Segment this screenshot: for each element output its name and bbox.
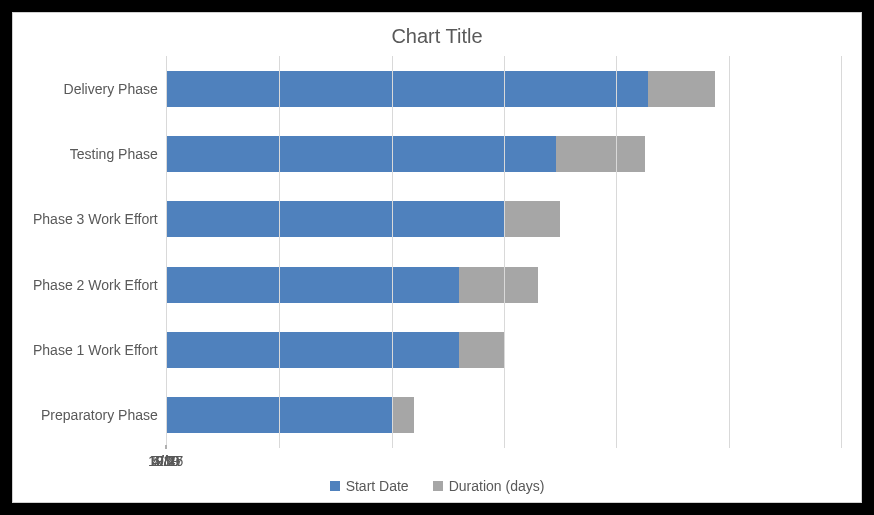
bar-segment-duration — [392, 397, 414, 433]
legend-label-duration: Duration (days) — [449, 478, 545, 494]
bar-stack — [167, 397, 414, 433]
gridline — [279, 56, 280, 448]
y-axis-labels: Delivery Phase Testing Phase Phase 3 Wor… — [33, 56, 166, 448]
legend-item-start: Start Date — [330, 478, 409, 494]
y-label: Testing Phase — [70, 146, 158, 162]
chart-card: Chart Title Delivery Phase Testing Phase… — [12, 12, 862, 503]
bar-segment-start — [167, 332, 459, 368]
bar-segment-duration — [459, 267, 538, 303]
bar-stack — [167, 71, 715, 107]
bar-segment-start — [167, 136, 556, 172]
y-label: Preparatory Phase — [41, 407, 158, 423]
y-label: Phase 3 Work Effort — [33, 211, 158, 227]
bar-segment-duration — [459, 332, 504, 368]
bar-segment-start — [167, 71, 648, 107]
y-label: Phase 2 Work Effort — [33, 277, 158, 293]
plot-area — [166, 56, 841, 448]
bar-stack — [167, 267, 538, 303]
gridline — [841, 56, 842, 448]
gridline — [392, 56, 393, 448]
gridline — [504, 56, 505, 448]
legend-label-start: Start Date — [346, 478, 409, 494]
legend-swatch-duration — [433, 481, 443, 491]
bar-segment-start — [167, 201, 504, 237]
gridline — [616, 56, 617, 448]
x-tick-mark — [165, 445, 166, 449]
bar-stack — [167, 332, 504, 368]
plot-wrap: Delivery Phase Testing Phase Phase 3 Wor… — [33, 56, 841, 494]
bar-stack — [167, 136, 646, 172]
gridline — [729, 56, 730, 448]
y-label: Phase 1 Work Effort — [33, 342, 158, 358]
bar-stack — [167, 201, 560, 237]
legend: Start Date Duration (days) — [33, 472, 841, 494]
bar-segment-duration — [504, 201, 560, 237]
bar-segment-start — [167, 267, 459, 303]
chart-title: Chart Title — [33, 25, 841, 48]
plot-body: Delivery Phase Testing Phase Phase 3 Wor… — [33, 56, 841, 448]
bar-segment-duration — [648, 71, 715, 107]
chart-outer-frame: Chart Title Delivery Phase Testing Phase… — [0, 0, 874, 515]
x-axis-row: Phase 3 Work Effort 4/105/307/199/710/27… — [33, 448, 841, 472]
x-tick-label: 2/4 — [156, 453, 175, 469]
legend-swatch-start — [330, 481, 340, 491]
legend-item-duration: Duration (days) — [433, 478, 545, 494]
bar-segment-duration — [556, 136, 646, 172]
y-label: Delivery Phase — [64, 81, 158, 97]
